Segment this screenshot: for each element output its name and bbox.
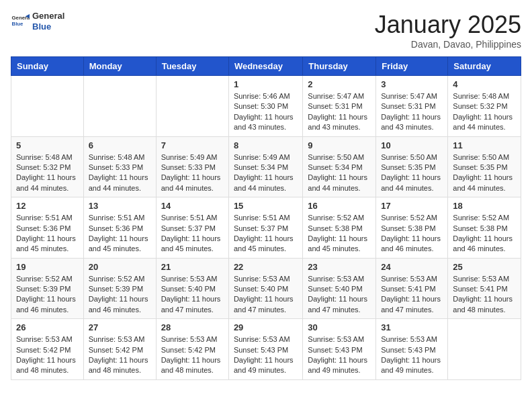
sunrise-label: Sunrise: 5:47 AM [308,92,364,100]
sunset-label: Sunset: 5:38 PM [381,224,435,232]
sunrise-label: Sunrise: 5:49 AM [234,153,290,161]
daylight-label: Daylight: 11 hours and 48 minutes. [453,295,513,313]
day-info: Sunrise: 5:48 AM Sunset: 5:32 PM Dayligh… [16,152,79,194]
sunrise-label: Sunrise: 5:52 AM [16,275,73,283]
day-number: 27 [89,322,151,332]
calendar-cell: 27 Sunrise: 5:53 AM Sunset: 5:42 PM Dayl… [83,319,156,380]
day-number: 9 [308,140,371,150]
day-info: Sunrise: 5:53 AM Sunset: 5:43 PM Dayligh… [381,334,443,376]
sunset-label: Sunset: 5:42 PM [161,346,216,354]
page-header: General Blue General Blue January 2025 D… [11,11,521,50]
day-number: 12 [16,201,79,211]
calendar-cell: 11 Sunrise: 5:50 AM Sunset: 5:35 PM Dayl… [448,136,521,197]
sunset-label: Sunset: 5:42 PM [89,346,143,354]
calendar-cell: 23 Sunrise: 5:53 AM Sunset: 5:40 PM Dayl… [303,258,376,319]
sunset-label: Sunset: 5:43 PM [234,346,288,354]
day-number: 31 [381,322,443,332]
sunrise-label: Sunrise: 5:53 AM [89,335,145,343]
calendar-week-2: 5 Sunrise: 5:48 AM Sunset: 5:32 PM Dayli… [11,136,521,197]
sunrise-label: Sunrise: 5:50 AM [308,153,364,161]
day-info: Sunrise: 5:53 AM Sunset: 5:40 PM Dayligh… [161,274,224,316]
daylight-label: Daylight: 11 hours and 47 minutes. [381,295,441,313]
daylight-label: Daylight: 11 hours and 47 minutes. [234,295,294,313]
calendar-cell: 1 Sunrise: 5:46 AM Sunset: 5:30 PM Dayli… [228,76,302,137]
column-header-sunday: Sunday [11,57,84,76]
sunrise-label: Sunrise: 5:47 AM [381,92,437,100]
sunset-label: Sunset: 5:42 PM [16,346,71,354]
sunrise-label: Sunrise: 5:51 AM [234,214,290,222]
day-number: 26 [16,322,79,332]
day-info: Sunrise: 5:52 AM Sunset: 5:39 PM Dayligh… [16,274,79,316]
day-number: 22 [234,262,298,272]
calendar-week-3: 12 Sunrise: 5:51 AM Sunset: 5:36 PM Dayl… [11,197,521,259]
calendar-cell: 18 Sunrise: 5:52 AM Sunset: 5:38 PM Dayl… [448,197,521,259]
sunrise-label: Sunrise: 5:52 AM [381,214,437,222]
daylight-label: Daylight: 11 hours and 47 minutes. [161,295,221,313]
day-info: Sunrise: 5:53 AM Sunset: 5:41 PM Dayligh… [381,274,443,316]
calendar-cell: 22 Sunrise: 5:53 AM Sunset: 5:40 PM Dayl… [228,258,302,319]
svg-text:Blue: Blue [12,21,24,27]
calendar-cell: 14 Sunrise: 5:51 AM Sunset: 5:37 PM Dayl… [156,197,228,259]
calendar-cell: 15 Sunrise: 5:51 AM Sunset: 5:37 PM Dayl… [228,197,302,259]
daylight-label: Daylight: 11 hours and 44 minutes. [453,113,513,131]
daylight-label: Daylight: 11 hours and 46 minutes. [89,295,148,313]
day-info: Sunrise: 5:53 AM Sunset: 5:40 PM Dayligh… [234,274,298,316]
daylight-label: Daylight: 11 hours and 43 minutes. [234,113,294,131]
column-header-tuesday: Tuesday [156,57,228,76]
daylight-label: Daylight: 11 hours and 44 minutes. [234,173,294,191]
day-number: 3 [381,79,443,89]
day-number: 23 [308,262,371,272]
sunrise-label: Sunrise: 5:53 AM [16,335,73,343]
day-info: Sunrise: 5:46 AM Sunset: 5:30 PM Dayligh… [234,91,298,133]
sunset-label: Sunset: 5:37 PM [234,224,288,232]
calendar-cell: 2 Sunrise: 5:47 AM Sunset: 5:31 PM Dayli… [303,76,376,137]
calendar-table: SundayMondayTuesdayWednesdayThursdayFrid… [11,56,521,380]
sunset-label: Sunset: 5:40 PM [234,285,288,293]
daylight-label: Daylight: 11 hours and 48 minutes. [89,356,148,374]
calendar-week-5: 26 Sunrise: 5:53 AM Sunset: 5:42 PM Dayl… [11,319,521,380]
day-info: Sunrise: 5:51 AM Sunset: 5:36 PM Dayligh… [16,213,79,255]
sunrise-label: Sunrise: 5:52 AM [308,214,364,222]
logo-blue-text: Blue [32,21,51,32]
daylight-label: Daylight: 11 hours and 45 minutes. [89,234,148,253]
daylight-label: Daylight: 11 hours and 43 minutes. [308,113,367,131]
day-info: Sunrise: 5:52 AM Sunset: 5:38 PM Dayligh… [453,213,516,255]
sunrise-label: Sunrise: 5:53 AM [381,335,437,343]
day-number: 25 [453,262,516,272]
day-info: Sunrise: 5:51 AM Sunset: 5:37 PM Dayligh… [234,213,298,255]
sunset-label: Sunset: 5:34 PM [308,163,362,171]
sunrise-label: Sunrise: 5:51 AM [16,214,73,222]
day-info: Sunrise: 5:53 AM Sunset: 5:42 PM Dayligh… [161,334,224,376]
daylight-label: Daylight: 11 hours and 44 minutes. [16,173,76,191]
day-info: Sunrise: 5:50 AM Sunset: 5:35 PM Dayligh… [453,152,516,194]
sunset-label: Sunset: 5:41 PM [453,285,507,293]
day-number: 13 [89,201,151,211]
sunset-label: Sunset: 5:38 PM [308,224,362,232]
logo-icon: General Blue [11,12,30,31]
calendar-cell: 7 Sunrise: 5:49 AM Sunset: 5:33 PM Dayli… [156,136,228,197]
sunrise-label: Sunrise: 5:53 AM [234,275,290,283]
calendar-week-1: 1 Sunrise: 5:46 AM Sunset: 5:30 PM Dayli… [11,76,521,137]
daylight-label: Daylight: 11 hours and 49 minutes. [234,356,294,374]
day-info: Sunrise: 5:47 AM Sunset: 5:31 PM Dayligh… [308,91,371,133]
sunrise-label: Sunrise: 5:53 AM [234,335,290,343]
calendar-cell: 20 Sunrise: 5:52 AM Sunset: 5:39 PM Dayl… [83,258,156,319]
day-info: Sunrise: 5:53 AM Sunset: 5:41 PM Dayligh… [453,274,516,316]
calendar-cell [83,76,156,137]
day-info: Sunrise: 5:53 AM Sunset: 5:43 PM Dayligh… [234,334,298,376]
daylight-label: Daylight: 11 hours and 49 minutes. [308,356,367,374]
day-number: 29 [234,322,298,332]
sunset-label: Sunset: 5:40 PM [161,285,216,293]
daylight-label: Daylight: 11 hours and 44 minutes. [308,173,367,191]
calendar-cell: 16 Sunrise: 5:52 AM Sunset: 5:38 PM Dayl… [303,197,376,259]
logo-general-text: General [32,11,64,21]
daylight-label: Daylight: 11 hours and 49 minutes. [381,356,441,374]
month-title: January 2025 [375,11,521,39]
calendar-cell: 26 Sunrise: 5:53 AM Sunset: 5:42 PM Dayl… [11,319,84,380]
calendar-cell: 5 Sunrise: 5:48 AM Sunset: 5:32 PM Dayli… [11,136,84,197]
day-info: Sunrise: 5:51 AM Sunset: 5:37 PM Dayligh… [161,213,224,255]
sunrise-label: Sunrise: 5:53 AM [161,335,218,343]
calendar-cell: 4 Sunrise: 5:48 AM Sunset: 5:32 PM Dayli… [448,76,521,137]
day-info: Sunrise: 5:49 AM Sunset: 5:34 PM Dayligh… [234,152,298,194]
calendar-header-row: SundayMondayTuesdayWednesdayThursdayFrid… [11,57,521,76]
